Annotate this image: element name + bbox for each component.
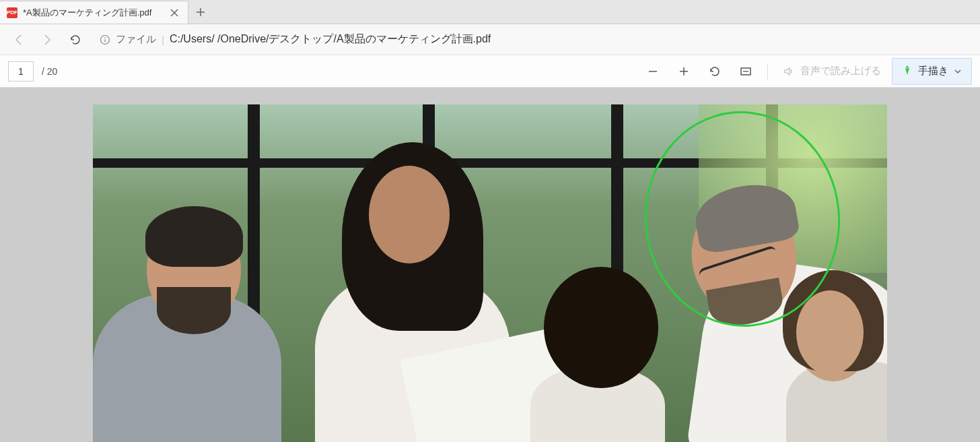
pdf-page-image [93, 104, 887, 442]
chevron-down-icon [954, 67, 962, 75]
page-total-label: / 20 [42, 66, 57, 77]
address-separator: | [162, 34, 164, 45]
read-aloud-label: 音声で読み上げる [800, 65, 881, 77]
forward-button[interactable] [35, 28, 59, 52]
zoom-in-button[interactable] [670, 58, 697, 85]
pdf-viewport[interactable] [0, 88, 980, 442]
address-path: C:/Users/ /OneDrive/デスクトップ/A製品のマーケティング計画… [170, 32, 491, 46]
address-source-label: ファイル [116, 33, 156, 46]
svg-point-1 [104, 37, 106, 38]
draw-label: 手描き [918, 65, 948, 77]
pdf-file-icon: PDF [7, 7, 18, 18]
pen-icon [902, 64, 913, 78]
back-button[interactable] [7, 28, 31, 52]
page-number-input[interactable] [8, 61, 34, 82]
refresh-button[interactable] [63, 28, 88, 52]
fit-page-button[interactable] [732, 58, 759, 85]
address-bar[interactable]: ファイル | C:/Users/ /OneDrive/デスクトップ/A製品のマー… [92, 28, 973, 51]
info-icon [100, 34, 110, 45]
tab-bar: PDF *A製品のマーケティング計画.pdf [0, 0, 980, 24]
close-tab-button[interactable] [168, 6, 181, 20]
rotate-button[interactable] [701, 58, 728, 85]
nav-bar: ファイル | C:/Users/ /OneDrive/デスクトップ/A製品のマー… [0, 24, 980, 55]
toolbar-divider [767, 63, 768, 80]
pdf-toolbar: / 20 音声で読み上げる 手描き [0, 55, 980, 88]
new-tab-button[interactable] [188, 1, 213, 24]
draw-button[interactable]: 手描き [892, 58, 972, 85]
browser-tab[interactable]: PDF *A製品のマーケティング計画.pdf [0, 1, 188, 24]
read-aloud-button[interactable]: 音声で読み上げる [776, 65, 888, 77]
pdf-page[interactable] [93, 104, 887, 442]
speaker-icon [783, 65, 795, 77]
tab-title: *A製品のマーケティング計画.pdf [23, 7, 162, 19]
zoom-out-button[interactable] [639, 58, 666, 85]
